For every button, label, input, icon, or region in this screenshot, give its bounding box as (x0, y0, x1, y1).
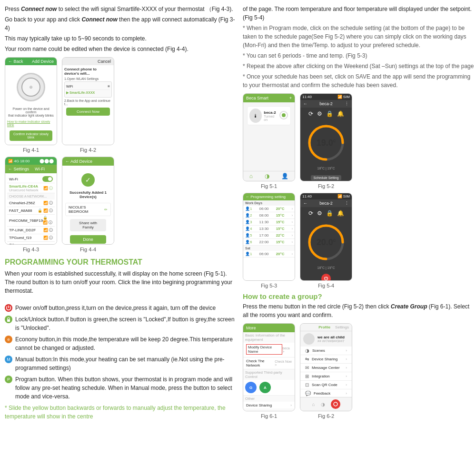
bullet-power-text: Power on/off button,press it,turn on the… (15, 304, 238, 312)
lock-icon (5, 316, 12, 323)
fig61-more-title: More (246, 326, 256, 330)
fig-41-item: ← BackAdd Device ◎ Power on the device a… (5, 57, 57, 153)
message-icon: ✉ (305, 365, 309, 370)
period-6: 👤6 22:00 15°C › (243, 239, 295, 246)
beca-smart-label: Beca Smart (246, 96, 268, 100)
fig62-uid: ## ##7##8##3##7 (317, 339, 345, 343)
phone-fig52: 11:40📶 SIM ← beca-2 ⋮ ⟳ ⚙ 🔒 🔔 (300, 93, 352, 181)
manual-icon: M (5, 356, 12, 363)
fig61-header: More (243, 324, 295, 332)
fig44-success-text: Succesfully Added 1 Device(s) (65, 190, 111, 199)
fig61-check-now: Check Now > (275, 360, 292, 367)
programming-section-title: PROGRAMMING YOUR THERMOSTAT (5, 258, 238, 267)
toolbar-profile-icon: 👤 (281, 173, 288, 179)
create-group-italic: Create Group (391, 303, 427, 310)
left-column: Press Connect now to select the wifi sig… (5, 5, 238, 423)
fig43-topbar: 📶 4G 18:00 ⬤⬤⬤ (5, 157, 57, 165)
modify-device-label: Modify Device Name (246, 344, 282, 355)
sat-period-1: 👤1 06:00 20°C › (243, 251, 295, 258)
fig44-content: ✓ Succesfully Added 1 Device(s) NICOLE'S… (62, 166, 114, 245)
fig62-integration: ⊞ Integration › (300, 372, 352, 381)
fig-61-item: More Basic Information of the equipment … (243, 323, 295, 419)
fig54-status-bar: 11:40📶 SIM (300, 193, 352, 199)
fig-42-item: Cancel Connect phone to device's wifi...… (62, 57, 114, 153)
fig51-device-status: Turned on (264, 115, 277, 121)
fig-row-43-44: 📶 4G 18:00 ⬤⬤⬤ ← SettingsWi-Fi Wi-Fi (5, 157, 238, 252)
connect-now-label-2: Connect now (81, 16, 117, 23)
fig43-label: Fig 4-3 (23, 247, 39, 252)
period-5: 👤5 17:00 22°C › (243, 232, 295, 239)
fig41-link: How to make indicator slowly blink (7, 120, 55, 127)
period-3: 👤3 11:30 15°C › (243, 219, 295, 226)
wifi-choose-label: CHOOSE A NETWORK... (7, 193, 55, 199)
fig-62-item: Profile Settings we are all child ## ##7… (300, 323, 352, 419)
phone-fig43: 📶 4G 18:00 ⬤⬤⬤ ← SettingsWi-Fi Wi-Fi (5, 157, 57, 245)
integration-label: Integration (312, 374, 330, 378)
fig54-header: ← beca-2 ⋮ (300, 199, 352, 207)
phone-fig62: Profile Settings we are all child ## ##7… (300, 323, 352, 411)
power-icon (5, 304, 12, 312)
fig54-thermostat: 20.0c (307, 223, 345, 261)
fig42-topbar: Cancel (62, 58, 114, 65)
phone-fig42: Cancel Connect phone to device's wifi...… (62, 57, 114, 145)
fig51-toolbar: ⌂ ◑ 👤 (243, 171, 295, 181)
wifi-toggle (42, 176, 53, 182)
note1: * When in Program mode, click on the sch… (243, 24, 476, 50)
fig51-label: Fig 5-1 (261, 183, 277, 189)
fig-52-item: 11:40📶 SIM ← beca-2 ⋮ ⟳ ⚙ 🔒 🔔 (300, 93, 352, 189)
note3: * Repeat the above after clicking on the… (243, 62, 476, 70)
wifi-phicomm: PHICOMM_76BF19🔒 📶 ⓘ (7, 215, 55, 227)
fig-row-41-42: ← BackAdd Device ◎ Power on the device a… (5, 57, 238, 153)
wifi-other: Other... (7, 242, 55, 245)
svg-rect-3 (7, 319, 10, 322)
fig62-bottom-bar: ⌂ ◑ (300, 397, 352, 411)
fig-53-item: ← Programming setting Work Days 👤1 06:00… (243, 193, 295, 288)
fig54-content: ⟳ ⚙ 🔒 🔔 20.0c (300, 207, 352, 272)
fig43-wifi-content: Wi-Fi SmartLife-CE4A Unsecured Network 📶… (5, 173, 57, 245)
fig43-settings-bar: ← SettingsWi-Fi (5, 165, 57, 173)
fig53-title: Programming setting (250, 195, 286, 199)
fig-43-item: 📶 4G 18:00 ⬤⬤⬤ ← SettingsWi-Fi Wi-Fi (5, 157, 57, 252)
fig51-device-name: beca-2 (264, 110, 277, 115)
period-4: 👤4 13:30 15°C › (243, 226, 295, 232)
fig61-content: Basic Information of the equipment Modif… (243, 332, 295, 411)
note-slide-yellow: * Slide the yellow button backwards or f… (5, 404, 238, 421)
fig54-temp-value: 20.0c (317, 238, 336, 248)
google-icon: G (245, 382, 257, 393)
svg-text:e: e (7, 337, 10, 342)
fig44-header: ← Add Device (62, 157, 114, 166)
fig62-profile-header: we are all child ## ##7##8##3##7 (300, 331, 352, 347)
fig62-scan-qr: ⊡ Scan QR Code › (300, 381, 352, 389)
fig41-label: Fig 4-1 (23, 147, 39, 153)
fig-row-51-52: Beca Smart + 🌡 beca-2 Turned on (243, 93, 476, 189)
connect-now-label-1: Connect now (21, 6, 57, 12)
feedback-icon: 💬 (305, 391, 311, 396)
fig54-label: Fig 5-4 (318, 283, 334, 288)
fig42-title: Connect phone to device's wifi... (64, 67, 112, 76)
bullet-manual-text: Manual button:In this mode,your heating … (15, 355, 238, 372)
fig42-smartlife: ▶ SmartLife-XXXX (66, 90, 110, 96)
bullet-program: P Program button. When this button shows… (5, 375, 238, 401)
group-section: How to create a group? Press the menu bu… (243, 292, 476, 319)
fig52-thermostat: 19.0c (307, 124, 345, 162)
fig53-content: 👤1 06:00 20°C › 👤2 08:00 15°C › 👤 (243, 206, 295, 280)
fig44-device-name: NICOLE'S BEDROOM✏ (65, 203, 111, 216)
fig61-device-sharing: Device Sharing › (243, 402, 295, 409)
fig-row-53-54: ← Programming setting Work Days 👤1 06:00… (243, 193, 476, 288)
para1b: to select the wifi signal Smartlife-XXXX… (57, 6, 233, 12)
para-go-back: Go back to your app and click Connect no… (5, 15, 238, 32)
fig61-other-label: Other (243, 396, 295, 402)
bullet-economy-text: Econony button,in this mode,the temperat… (15, 335, 238, 352)
fig41-content: ◎ Power on the device and confirmthat in… (5, 65, 57, 145)
fig52-sub-temps: 18°C | 19°C (317, 167, 335, 170)
phone-fig54: 11:40📶 SIM ← beca-2 ⋮ ⟳ ⚙ 🔒 🔔 (300, 193, 352, 281)
fig-54-item: 11:40📶 SIM ← beca-2 ⋮ ⟳ ⚙ 🔒 🔔 (300, 193, 352, 288)
fig53-label: Fig 5-3 (261, 283, 277, 288)
fig61-device-info: Device Info › (243, 409, 295, 411)
fig52-schedule-bar: Schedule Setting (300, 173, 352, 181)
fig61-label: Fig 6-1 (261, 413, 277, 419)
fig54-title: beca-2 (319, 201, 333, 206)
phone-fig51: Beca Smart + 🌡 beca-2 Turned on (243, 93, 295, 181)
fig42-content: Connect phone to device's wifi... 1.Open… (62, 65, 114, 145)
fig52-temp-value: 19.0c (317, 138, 336, 148)
